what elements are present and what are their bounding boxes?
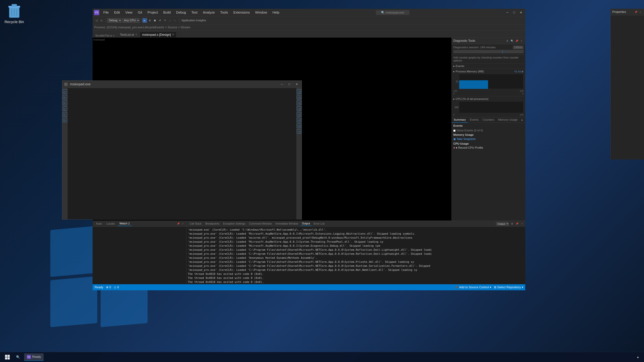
app-insights-label: Application Insights xyxy=(182,19,206,22)
stop-btn[interactable]: ⏹ xyxy=(152,18,157,23)
left-arrow-3[interactable]: ▷ xyxy=(63,106,67,111)
tab-errorlist[interactable]: Error List xyxy=(312,222,326,226)
menu-help[interactable]: Help xyxy=(271,10,280,15)
output-pin-btn[interactable]: 📌 xyxy=(515,222,519,226)
diag-cpu-section: ▸ CPU (% of all processors) 100 0 100 xyxy=(452,96,525,117)
memory-toggle[interactable]: ▸ Process Memory (MB) xyxy=(453,70,484,73)
tab-close-testlist[interactable]: × xyxy=(135,33,137,36)
recycle-bin-icon[interactable]: Recycle Bin xyxy=(2,2,27,24)
restart-btn[interactable]: ↺ xyxy=(158,18,162,23)
right-arrow-5[interactable]: ◁ xyxy=(297,118,301,122)
taskbar-search[interactable]: 🔍 xyxy=(14,354,23,361)
locals-pin-btn[interactable]: 📌 xyxy=(176,222,180,226)
mem-y1-btn[interactable]: Y1 xyxy=(514,70,517,73)
right-arrow-0[interactable]: ◁ xyxy=(297,89,301,94)
right-arrow-7[interactable]: ◁ xyxy=(297,129,301,134)
right-arrow-3[interactable]: ◁ xyxy=(297,106,301,111)
tab-summary[interactable]: Summary xyxy=(452,117,468,123)
toolbar-forward-btn[interactable]: ▷ xyxy=(99,18,104,23)
scroller-tab-btn[interactable]: ScrollerTbl.rs × xyxy=(94,34,116,37)
menu-debug[interactable]: Debug xyxy=(175,10,187,15)
menu-view[interactable]: View xyxy=(124,10,134,15)
tab-close-msiexpad[interactable]: × xyxy=(172,33,174,36)
left-arrow-1[interactable]: ▷ xyxy=(63,95,67,99)
tab-watch1[interactable]: Watch 1 xyxy=(118,221,132,226)
ide-maximize-btn[interactable]: □ xyxy=(511,10,517,15)
tab-auto[interactable]: Auto xyxy=(94,222,104,226)
start-button[interactable] xyxy=(3,354,12,361)
menu-window[interactable]: Window xyxy=(254,10,268,15)
events-label: Events xyxy=(453,124,524,128)
output-source-dropdown[interactable]: Output xyxy=(496,222,509,226)
left-arrow-4[interactable]: ▷ xyxy=(63,112,67,116)
cpu-toggle[interactable]: ▸ CPU (% of all processors) xyxy=(453,97,524,101)
props-close-btn[interactable]: × xyxy=(638,10,642,14)
step-into-btn[interactable]: ↓ xyxy=(168,18,172,23)
menu-analyze[interactable]: Analyze xyxy=(202,10,216,15)
config-dropdown[interactable]: Debug xyxy=(107,18,122,23)
notepad-minimize-btn[interactable]: ─ xyxy=(279,82,285,87)
left-arrow-5[interactable]: ▷ xyxy=(63,118,67,122)
output-line-11: The thread 0x4018 has exited with code 0… xyxy=(188,272,524,276)
desktop: Recycle Bin VS File Edit View Git Projec… xyxy=(0,0,644,362)
tab-immediate[interactable]: Immediate Window xyxy=(274,222,300,226)
output-tabs: Call Stack Breakpoints Exception Setting… xyxy=(186,221,525,227)
diag-search-btn[interactable]: 🔍 xyxy=(510,39,514,43)
tab-command[interactable]: Command Window xyxy=(247,222,273,226)
menu-git[interactable]: Git xyxy=(136,10,144,15)
memory-chart xyxy=(459,74,524,89)
locals-close-btn[interactable]: × xyxy=(181,222,185,226)
props-pin-btn[interactable]: 📌 xyxy=(634,10,638,14)
platform-dropdown[interactable]: Any CPU xyxy=(122,18,140,23)
tab-output[interactable]: Output xyxy=(300,222,312,226)
right-arrow-1[interactable]: ◁ xyxy=(297,95,301,99)
record-cpu-btn[interactable]: ● ● Record CPU Profile xyxy=(453,146,524,149)
add-source-btn[interactable]: ➕ Add to Source Control ▾ xyxy=(455,285,491,289)
menu-project[interactable]: Project xyxy=(146,10,159,15)
tab-exceptions[interactable]: Exception Settings xyxy=(222,222,247,226)
vs-search-box[interactable]: 🔍 msiexpad.exe xyxy=(376,10,410,15)
tab-more[interactable]: ▸ xyxy=(520,117,525,123)
notepad-close-btn[interactable]: ✕ xyxy=(294,82,300,87)
step-out-btn[interactable]: ↑ xyxy=(172,18,177,23)
menu-build[interactable]: Build xyxy=(162,10,172,15)
mem-y2-btn[interactable]: Y2 xyxy=(518,70,521,73)
tab-testlist[interactable]: TestList.st × xyxy=(118,32,140,37)
tab-counters[interactable]: Counters xyxy=(481,117,496,123)
output-clear-btn[interactable]: 🗑 xyxy=(510,222,514,226)
right-arrow-2[interactable]: ◁ xyxy=(297,101,301,105)
show-events-checkbox[interactable] xyxy=(453,130,456,132)
notepad-maximize-btn[interactable]: □ xyxy=(286,82,292,87)
diag-pin-btn[interactable]: 📌 xyxy=(514,39,519,43)
tab-memory-usage[interactable]: Memory Usage xyxy=(496,117,520,123)
events-toggle[interactable]: ▸ Events xyxy=(453,64,524,68)
step-over-btn[interactable]: ↷ xyxy=(162,18,167,23)
right-arrow-6[interactable]: ◁ xyxy=(297,123,301,128)
menu-test[interactable]: Test xyxy=(190,10,199,15)
tab-events[interactable]: Events xyxy=(468,117,481,123)
tab-breakpoints[interactable]: Breakpoints xyxy=(204,222,221,226)
menu-extensions[interactable]: Extensions xyxy=(232,10,251,15)
diag-settings-btn[interactable]: ⚙ xyxy=(505,39,510,43)
tab-msiexpad-design[interactable]: msiexpad.s [Design] × xyxy=(140,32,176,37)
left-arrow-2[interactable]: ▷ xyxy=(63,101,67,105)
taskbar-vs-item[interactable]: VS Ready xyxy=(24,354,44,361)
pause-btn[interactable]: ⏸ xyxy=(148,18,152,23)
ide-close-btn[interactable]: ✕ xyxy=(518,10,524,15)
toolbar-back-btn[interactable]: ◁ xyxy=(94,18,99,23)
select-repo-btn[interactable]: ⊞ Select Repository ▾ xyxy=(494,285,523,289)
output-close-btn[interactable]: × xyxy=(520,222,524,226)
left-arrow-0[interactable]: ▷ xyxy=(63,89,67,94)
tab-callstack[interactable]: Call Stack xyxy=(188,222,203,226)
menu-file[interactable]: File xyxy=(102,10,110,15)
tab-locals[interactable]: Locals xyxy=(104,222,117,226)
session-label: Diagnostics session: 149 minutes xyxy=(453,46,496,49)
take-snapshot-btn[interactable]: ◉ Take Snapshot xyxy=(453,137,524,141)
menu-edit[interactable]: Edit xyxy=(113,10,121,15)
ide-minimize-btn[interactable]: ─ xyxy=(504,10,510,15)
start-debug-btn[interactable]: ▶ xyxy=(142,18,147,23)
mem-settings-btn[interactable]: ⚙ xyxy=(522,70,524,73)
menu-tools[interactable]: Tools xyxy=(219,10,230,15)
right-arrow-4[interactable]: ◁ xyxy=(297,112,301,116)
diag-close-btn[interactable]: × xyxy=(519,39,524,43)
